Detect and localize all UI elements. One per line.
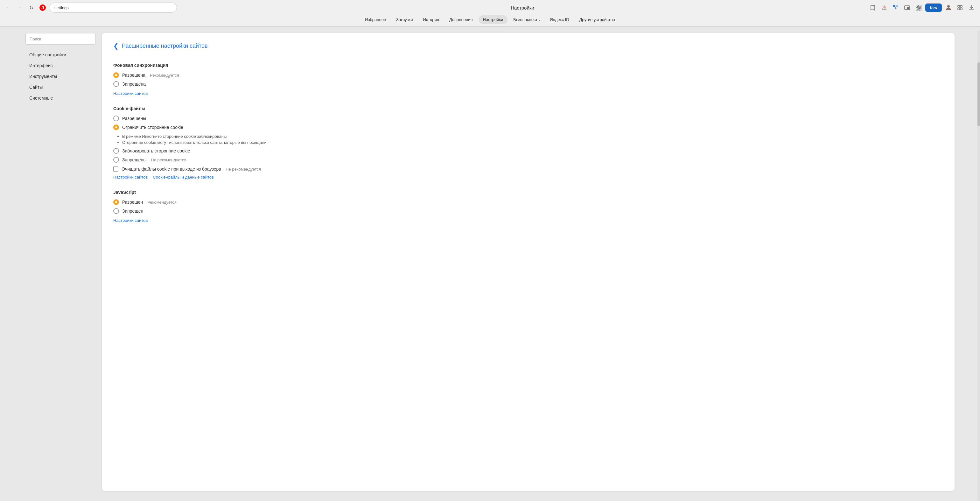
- qr-icon[interactable]: [914, 3, 923, 13]
- tab-history[interactable]: История: [418, 15, 443, 24]
- sidebar-item-sites[interactable]: Сайты: [25, 82, 95, 92]
- svg-rect-8: [917, 6, 918, 7]
- clear-cookies-label: Очищать файлы cookie при выходе из брауз…: [121, 166, 221, 172]
- svg-rect-20: [958, 8, 959, 10]
- sidebar-item-interface[interactable]: Интерфейс: [25, 61, 95, 71]
- back-to-settings-button[interactable]: ❮: [113, 42, 119, 49]
- section-javascript: JavaScript Разрешен Рекомендуется Запрещ…: [113, 190, 943, 223]
- bg-sync-allowed-label: Разрешена: [122, 73, 145, 78]
- background-sync-options: Разрешена Рекомендуется Запрещена: [113, 72, 943, 87]
- new-feature-button[interactable]: New: [925, 3, 942, 12]
- svg-rect-10: [920, 6, 921, 7]
- cookies-bullets: В режиме Инкогнито сторонние cookie забл…: [122, 134, 943, 145]
- section-cookies: Cookie-файлы Разрешены Ограничить сторон…: [113, 106, 943, 180]
- address-bar[interactable]: [49, 3, 177, 13]
- toolbar: ← → ↻ Я Настройки ⚠ A: [0, 0, 980, 15]
- background-sync-title: Фоновая синхронизация: [113, 63, 943, 68]
- js-allowed-radio[interactable]: [113, 199, 119, 205]
- sidebar-item-general[interactable]: Общие настройки: [25, 49, 95, 60]
- section-background-sync: Фоновая синхронизация Разрешена Рекоменд…: [113, 63, 943, 96]
- javascript-title: JavaScript: [113, 190, 943, 195]
- bg-sync-allowed-radio[interactable]: [113, 72, 119, 78]
- js-allowed-hint: Рекомендуется: [147, 200, 177, 205]
- tab-settings[interactable]: Настройки: [479, 15, 508, 24]
- cookies-block-third[interactable]: Заблокировать сторонние cookie: [113, 148, 943, 154]
- bg-sync-blocked[interactable]: Запрещена: [113, 81, 943, 87]
- js-site-settings-link[interactable]: Настройки сайтов: [113, 218, 148, 223]
- profile-icon[interactable]: [944, 3, 953, 13]
- bg-sync-allowed[interactable]: Разрешена Рекомендуется: [113, 72, 943, 78]
- cookies-site-settings-link[interactable]: Настройки сайтов: [113, 175, 148, 180]
- tab-extensions[interactable]: Дополнения: [445, 15, 477, 24]
- javascript-options: Разрешен Рекомендуется Запрещен: [113, 199, 943, 214]
- bg-sync-site-settings-link[interactable]: Настройки сайтов: [113, 91, 148, 96]
- tab-downloads[interactable]: Загрузки: [392, 15, 417, 24]
- js-allowed[interactable]: Разрешен Рекомендуется: [113, 199, 943, 205]
- svg-rect-21: [960, 8, 962, 10]
- svg-rect-6: [907, 7, 909, 9]
- cookie-bullet-2: Сторонние cookie могут использовать толь…: [122, 140, 943, 145]
- cookies-limit-third[interactable]: Ограничить сторонние cookie: [113, 124, 943, 130]
- translate-icon[interactable]: A: [891, 3, 900, 13]
- sidebar-item-tools[interactable]: Инструменты: [25, 71, 95, 81]
- cookies-blocked[interactable]: Запрещены Не рекомендуется: [113, 157, 943, 163]
- yandex-logo: Я: [38, 3, 47, 12]
- scrollbar-thumb[interactable]: [977, 62, 980, 126]
- tab-yandexid[interactable]: Яндекс ID: [546, 15, 573, 24]
- js-links: Настройки сайтов: [113, 218, 943, 223]
- clear-cookies-checkbox[interactable]: Очищать файлы cookie при выходе из брауз…: [113, 166, 943, 172]
- forward-button[interactable]: →: [15, 3, 24, 12]
- cookies-allowed-label: Разрешены: [122, 116, 146, 121]
- scrollbar[interactable]: [977, 30, 980, 501]
- svg-point-17: [947, 5, 950, 8]
- cookies-blocked-label: Запрещены: [122, 157, 146, 162]
- panel-header: ❮ Расширенные настройки сайтов: [113, 42, 943, 55]
- js-allowed-label: Разрешен: [122, 199, 143, 205]
- cookies-block-third-radio[interactable]: [113, 148, 119, 154]
- main-content: Общие настройки Интерфейс Инструменты Са…: [0, 27, 980, 497]
- tab-security[interactable]: Безопасность: [509, 15, 544, 24]
- svg-rect-15: [919, 10, 920, 11]
- sidebar-search[interactable]: [25, 33, 95, 45]
- cookies-title: Cookie-файлы: [113, 106, 943, 111]
- svg-rect-18: [958, 5, 959, 7]
- js-blocked-label: Запрещен: [122, 209, 143, 214]
- clear-cookies-checkbox-box[interactable]: [113, 166, 118, 172]
- tab-favorites[interactable]: Избранное: [361, 15, 390, 24]
- bookmark-icon[interactable]: [868, 3, 878, 13]
- svg-text:A: A: [895, 7, 897, 10]
- extensions-icon[interactable]: [955, 3, 965, 13]
- settings-panel: ❮ Расширенные настройки сайтов Фоновая с…: [102, 33, 955, 491]
- pip-icon[interactable]: [902, 3, 912, 13]
- cookies-allowed-radio[interactable]: [113, 115, 119, 121]
- sidebar-item-system[interactable]: Системные: [25, 93, 95, 103]
- toolbar-right: ⚠ A: [868, 3, 976, 13]
- cookies-options-2: Заблокировать сторонние cookie Запрещены…: [113, 148, 943, 163]
- page-title: Настройки: [180, 5, 865, 11]
- new-label: New: [930, 6, 937, 10]
- bg-sync-blocked-radio[interactable]: [113, 81, 119, 87]
- download-icon[interactable]: [967, 3, 976, 13]
- cookies-block-third-label: Заблокировать сторонние cookie: [122, 148, 190, 153]
- svg-rect-12: [917, 9, 918, 10]
- tab-other[interactable]: Другие устройства: [575, 15, 619, 24]
- nav-tabs: Избранное Загрузки История Дополнения На…: [0, 15, 980, 26]
- cookies-allowed[interactable]: Разрешены: [113, 115, 943, 121]
- error-icon[interactable]: ⚠: [880, 3, 889, 13]
- back-button[interactable]: ←: [4, 3, 13, 12]
- cookies-limit-third-radio[interactable]: [113, 124, 119, 130]
- reload-button[interactable]: ↻: [27, 3, 36, 12]
- sidebar: Общие настройки Интерфейс Инструменты Са…: [25, 33, 95, 491]
- svg-rect-13: [919, 8, 920, 9]
- svg-rect-16: [921, 10, 921, 11]
- cookies-blocked-radio[interactable]: [113, 157, 119, 163]
- panel-title: Расширенные настройки сайтов: [122, 43, 208, 49]
- svg-rect-14: [921, 8, 921, 9]
- cookies-limit-third-label: Ограничить сторонние cookie: [122, 125, 183, 130]
- bg-sync-blocked-label: Запрещена: [122, 81, 146, 86]
- bg-sync-allowed-hint: Рекомендуется: [150, 73, 179, 78]
- cookies-options: Разрешены Ограничить сторонние cookie: [113, 115, 943, 130]
- js-blocked[interactable]: Запрещен: [113, 208, 943, 214]
- cookies-data-link[interactable]: Cookie-файлы и данные сайтов: [153, 175, 214, 180]
- js-blocked-radio[interactable]: [113, 208, 119, 214]
